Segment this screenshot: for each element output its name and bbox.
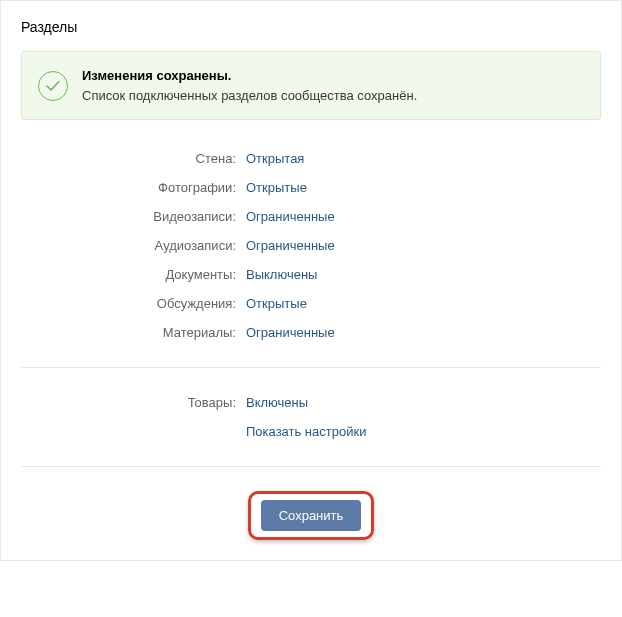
setting-label: Аудиозаписи: <box>21 238 246 253</box>
setting-label: Материалы: <box>21 325 246 340</box>
alert-description: Список подключенных разделов сообщества … <box>82 86 417 106</box>
divider <box>21 367 601 368</box>
setting-label: Обсуждения: <box>21 296 246 311</box>
setting-value-audio[interactable]: Ограниченные <box>246 238 335 253</box>
alert-text: Изменения сохранены. Список подключенных… <box>82 66 417 105</box>
setting-label: Стена: <box>21 151 246 166</box>
sections-group: Стена: Открытая Фотографии: Открытые Вид… <box>21 138 601 361</box>
setting-label: Документы: <box>21 267 246 282</box>
setting-row-docs: Документы: Выключены <box>21 260 601 289</box>
show-goods-settings-link[interactable]: Показать настройки <box>246 424 366 439</box>
check-circle-icon <box>38 71 68 101</box>
setting-value-docs[interactable]: Выключены <box>246 267 317 282</box>
save-button[interactable]: Сохранить <box>261 500 362 531</box>
panel-header: Разделы <box>1 1 621 51</box>
save-row: Сохранить <box>21 481 601 540</box>
setting-value-wall[interactable]: Открытая <box>246 151 304 166</box>
setting-value-discussions[interactable]: Открытые <box>246 296 307 311</box>
setting-label: Видеозаписи: <box>21 209 246 224</box>
setting-row-discussions: Обсуждения: Открытые <box>21 289 601 318</box>
setting-row-videos: Видеозаписи: Ограниченные <box>21 202 601 231</box>
highlight-annotation: Сохранить <box>248 491 375 540</box>
setting-value-videos[interactable]: Ограниченные <box>246 209 335 224</box>
sections-panel: Разделы Изменения сохранены. Список подк… <box>0 0 622 561</box>
goods-group: Товары: Включены Показать настройки <box>21 382 601 460</box>
setting-value-goods[interactable]: Включены <box>246 395 308 410</box>
setting-row-photos: Фотографии: Открытые <box>21 173 601 202</box>
setting-row-goods: Товары: Включены <box>21 388 601 417</box>
panel-title: Разделы <box>21 19 601 35</box>
setting-label: Фотографии: <box>21 180 246 195</box>
setting-row-audio: Аудиозаписи: Ограниченные <box>21 231 601 260</box>
success-alert: Изменения сохранены. Список подключенных… <box>21 51 601 120</box>
panel-body: Изменения сохранены. Список подключенных… <box>1 51 621 540</box>
setting-row-goods-settings: Показать настройки <box>21 417 601 446</box>
setting-value-photos[interactable]: Открытые <box>246 180 307 195</box>
setting-row-materials: Материалы: Ограниченные <box>21 318 601 347</box>
alert-title: Изменения сохранены. <box>82 66 417 86</box>
divider <box>21 466 601 467</box>
setting-row-wall: Стена: Открытая <box>21 144 601 173</box>
setting-value-materials[interactable]: Ограниченные <box>246 325 335 340</box>
setting-label: Товары: <box>21 395 246 410</box>
